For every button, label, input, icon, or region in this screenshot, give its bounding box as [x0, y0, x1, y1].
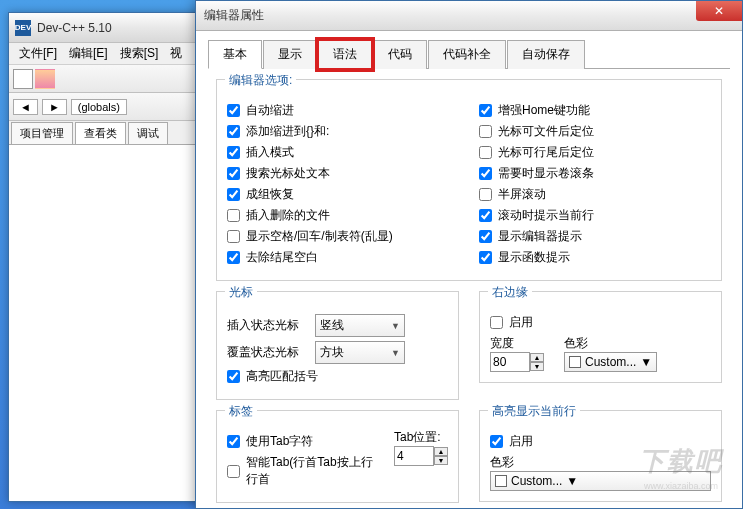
lbl-show-whitespace: 显示空格/回车/制表符(乱显): [246, 228, 393, 245]
tab-code-completion[interactable]: 代码补全: [428, 40, 506, 69]
tab-display[interactable]: 显示: [263, 40, 317, 69]
group-tabs: 标签 使用Tab字符 智能Tab(行首Tab按上行行首 Tab位置: ▲▼: [216, 410, 459, 503]
combo-insert-cursor[interactable]: 竖线▼: [315, 314, 405, 337]
lbl-add-indent: 添加缩进到{}和:: [246, 123, 329, 140]
chk-trim-trailing[interactable]: [227, 251, 240, 264]
lbl-auto-indent: 自动缩进: [246, 102, 294, 119]
back-dropdown[interactable]: ◄: [13, 99, 38, 115]
chk-add-indent[interactable]: [227, 125, 240, 138]
chk-search-cursor[interactable]: [227, 167, 240, 180]
menu-view[interactable]: 视: [164, 43, 188, 64]
chk-show-scrollbar[interactable]: [479, 167, 492, 180]
menu-file[interactable]: 文件[F]: [13, 43, 63, 64]
toolbar-secondary: ◄ ► (globals): [9, 93, 207, 121]
tab-debug[interactable]: 调试: [128, 122, 168, 144]
group-title-cursor: 光标: [225, 284, 257, 301]
menu-search[interactable]: 搜索[S]: [114, 43, 165, 64]
combo-highlight-line-color[interactable]: Custom...▼: [490, 471, 711, 491]
chk-cursor-past-eof[interactable]: [479, 125, 492, 138]
group-highlight-line: 高亮显示当前行 启用 色彩 Custom...▼: [479, 410, 722, 502]
chk-use-tab[interactable]: [227, 435, 240, 448]
project-tabs: 项目管理 查看类 调试: [9, 121, 207, 145]
project-panel: [9, 145, 207, 445]
lbl-margin-enable: 启用: [509, 314, 533, 331]
chk-margin-enable[interactable]: [490, 316, 503, 329]
main-title: Dev-C++ 5.10: [37, 21, 112, 35]
chk-highlight-bracket[interactable]: [227, 370, 240, 383]
lbl-margin-width: 宽度: [490, 335, 544, 352]
main-titlebar[interactable]: DEV Dev-C++ 5.10: [9, 13, 207, 43]
lbl-search-cursor: 搜索光标处文本: [246, 165, 330, 182]
dialog-body: 基本 显示 语法 代码 代码补全 自动保存 编辑器选项: 自动缩进 添加缩进到{…: [196, 31, 742, 509]
chk-smart-tab[interactable]: [227, 465, 240, 478]
group-right-margin: 右边缘 启用 宽度 ▲▼ 色彩: [479, 291, 722, 383]
tab-code[interactable]: 代码: [373, 40, 427, 69]
chk-insert-mode[interactable]: [227, 146, 240, 159]
tab-class-view[interactable]: 查看类: [75, 122, 126, 144]
dialog-titlebar[interactable]: 编辑器属性 ✕: [196, 1, 742, 31]
chk-editor-hints[interactable]: [479, 230, 492, 243]
chk-function-hints[interactable]: [479, 251, 492, 264]
spin-up-icon[interactable]: ▲: [530, 353, 544, 362]
chk-enhanced-home[interactable]: [479, 104, 492, 117]
lbl-overwrite-cursor: 覆盖状态光标: [227, 344, 307, 361]
lbl-highlight-line-enable: 启用: [509, 433, 533, 450]
globals-dropdown[interactable]: (globals): [71, 99, 127, 115]
lbl-group-undo: 成组恢复: [246, 186, 294, 203]
close-button[interactable]: ✕: [696, 1, 742, 21]
lbl-use-tab: 使用Tab字符: [246, 433, 313, 450]
lbl-highlight-line-color: 色彩: [490, 454, 711, 471]
spin-margin-width[interactable]: ▲▼: [490, 352, 544, 372]
left-options-column: 自动缩进 添加缩进到{}和: 插入模式 搜索光标处文本 成组恢复 插入删除的文件…: [227, 98, 459, 270]
spin-down-icon[interactable]: ▼: [530, 362, 544, 371]
chevron-down-icon: ▼: [640, 355, 652, 369]
lbl-trim-trailing: 去除结尾空白: [246, 249, 318, 266]
chk-show-whitespace[interactable]: [227, 230, 240, 243]
chevron-down-icon: ▼: [391, 321, 400, 331]
main-window: DEV Dev-C++ 5.10 文件[F] 编辑[E] 搜索[S] 视 ◄ ►…: [8, 12, 208, 502]
fwd-dropdown[interactable]: ►: [42, 99, 67, 115]
input-margin-width[interactable]: [490, 352, 530, 372]
group-title-editor-options: 编辑器选项:: [225, 72, 296, 89]
lbl-cursor-past-eol: 光标可行尾后定位: [498, 144, 594, 161]
lbl-smart-tab: 智能Tab(行首Tab按上行行首: [246, 454, 374, 488]
spin-down-icon[interactable]: ▼: [434, 456, 448, 465]
spin-up-icon[interactable]: ▲: [434, 447, 448, 456]
color-swatch-icon: [569, 356, 581, 368]
dialog-title: 编辑器属性: [204, 7, 264, 24]
chk-auto-indent[interactable]: [227, 104, 240, 117]
group-title-tabs: 标签: [225, 403, 257, 420]
combo-overwrite-cursor[interactable]: 方块▼: [315, 341, 405, 364]
group-editor-options: 编辑器选项: 自动缩进 添加缩进到{}和: 插入模式 搜索光标处文本 成组恢复 …: [216, 79, 722, 281]
group-cursor: 光标 插入状态光标 竖线▼ 覆盖状态光标 方块▼ 高亮匹配括号: [216, 291, 459, 400]
editor-properties-dialog: 编辑器属性 ✕ 基本 显示 语法 代码 代码补全 自动保存 编辑器选项: 自动缩…: [195, 0, 743, 509]
lbl-insert-cursor: 插入状态光标: [227, 317, 307, 334]
menu-edit[interactable]: 编辑[E]: [63, 43, 114, 64]
group-title-highlight-line: 高亮显示当前行: [488, 403, 580, 420]
right-options-column: 增强Home键功能 光标可文件后定位 光标可行尾后定位 需要时显示卷滚条 半屏滚…: [479, 98, 711, 270]
group-title-right-margin: 右边缘: [488, 284, 532, 301]
chk-scroll-hint[interactable]: [479, 209, 492, 222]
lbl-editor-hints: 显示编辑器提示: [498, 228, 582, 245]
input-tab-pos[interactable]: [394, 446, 434, 466]
tab-project-management[interactable]: 项目管理: [11, 122, 73, 144]
open-file-button[interactable]: [35, 69, 55, 89]
lbl-margin-color: 色彩: [564, 335, 657, 352]
tab-autosave[interactable]: 自动保存: [507, 40, 585, 69]
chk-cursor-past-eol[interactable]: [479, 146, 492, 159]
combo-margin-color[interactable]: Custom...▼: [564, 352, 657, 372]
tab-syntax[interactable]: 语法: [318, 40, 372, 69]
lbl-enhanced-home: 增强Home键功能: [498, 102, 590, 119]
spin-tab-pos[interactable]: ▲▼: [394, 446, 448, 466]
chk-highlight-line-enable[interactable]: [490, 435, 503, 448]
tab-basic[interactable]: 基本: [208, 40, 262, 69]
chk-group-undo[interactable]: [227, 188, 240, 201]
lbl-half-page-scroll: 半屏滚动: [498, 186, 546, 203]
new-file-button[interactable]: [13, 69, 33, 89]
chk-insert-deleted[interactable]: [227, 209, 240, 222]
lbl-insert-mode: 插入模式: [246, 144, 294, 161]
lbl-insert-deleted: 插入删除的文件: [246, 207, 330, 224]
chk-half-page-scroll[interactable]: [479, 188, 492, 201]
lbl-scroll-hint: 滚动时提示当前行: [498, 207, 594, 224]
menubar: 文件[F] 编辑[E] 搜索[S] 视: [9, 43, 207, 65]
